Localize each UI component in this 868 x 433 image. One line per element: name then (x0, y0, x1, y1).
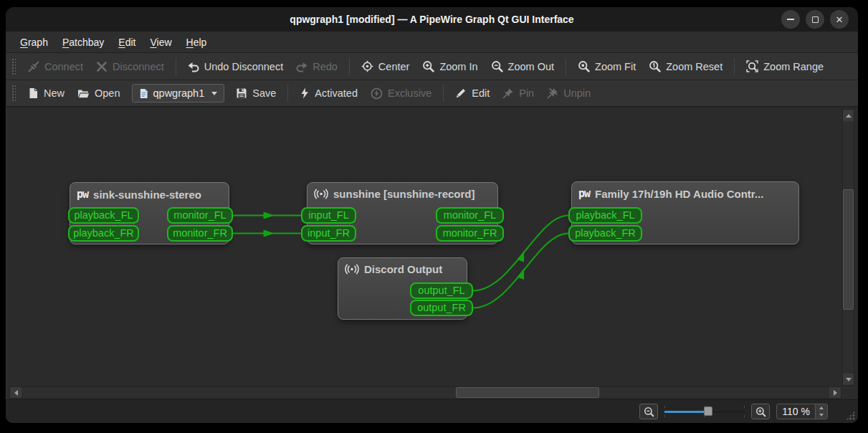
undo-icon (188, 61, 199, 72)
exclusive-button[interactable]: Exclusive (364, 84, 438, 103)
session-name: qpwgraph1 (153, 87, 205, 99)
vertical-scrollbar[interactable] (842, 109, 854, 386)
arrow-left-icon (14, 390, 18, 396)
scroll-left-button[interactable] (10, 387, 22, 398)
port-output[interactable]: monitor_FL (436, 207, 504, 224)
pipewire-icon: pw (578, 187, 590, 200)
connection[interactable] (233, 230, 301, 237)
close-icon: ✕ (836, 14, 844, 25)
zoom-range-icon (746, 60, 758, 72)
open-folder-icon (77, 88, 90, 99)
titlebar[interactable]: qpwgraph1 [modified] — A PipeWire Graph … (6, 7, 858, 32)
zoom-in-button[interactable]: Zoom In (416, 57, 484, 76)
pin-button[interactable]: Pin (496, 84, 540, 103)
zoom-in-icon (422, 60, 434, 72)
port-input[interactable]: input_FL (301, 207, 356, 224)
graph-canvas[interactable]: pw sink-sunshine-stereo playback_FL play… (6, 107, 858, 399)
exclusive-icon (371, 87, 383, 100)
unpin-button[interactable]: Unpin (540, 84, 597, 103)
node-title: sink-sunshine-stereo (93, 189, 201, 201)
port-output[interactable]: output_FR (410, 300, 473, 316)
node-title: sunshine [sunshine-record] (333, 188, 475, 200)
maximize-icon (812, 16, 819, 23)
port-output[interactable]: monitor_FR (436, 225, 504, 242)
file-toolbar: New Open qpwgraph1 Save Activated Exclus… (6, 80, 858, 107)
close-button[interactable]: ✕ (830, 10, 849, 29)
menu-edit[interactable]: Edit (111, 34, 143, 51)
slider-tick (664, 406, 665, 408)
zoom-reset-button[interactable]: Zoom Reset (642, 57, 729, 76)
save-button[interactable]: Save (229, 84, 282, 103)
session-combobox[interactable]: qpwgraph1 (132, 84, 225, 103)
statusbar: 110 % (6, 399, 858, 423)
port-input[interactable]: input_FR (301, 225, 356, 242)
redo-icon (296, 61, 307, 72)
vertical-scroll-thumb[interactable] (843, 189, 854, 310)
unpin-icon (547, 87, 558, 99)
zoom-in-icon (755, 406, 766, 417)
activated-button[interactable]: Activated (293, 84, 364, 103)
connect-button[interactable]: Connect (22, 57, 90, 76)
scroll-up-button[interactable] (843, 110, 854, 121)
new-button[interactable]: New (22, 84, 71, 103)
spin-up-button[interactable] (816, 404, 827, 411)
activated-bolt-icon (300, 87, 310, 99)
port-input[interactable]: playback_FR (568, 225, 642, 242)
slider-handle[interactable] (704, 406, 712, 416)
menu-patchbay[interactable]: Patchbay (55, 34, 111, 51)
menubar: Graph Patchbay Edit View Help (6, 32, 858, 53)
edit-button[interactable]: Edit (449, 84, 496, 103)
menu-view[interactable]: View (143, 34, 178, 51)
arrow-up-icon (846, 114, 852, 118)
stream-icon (345, 264, 359, 275)
port-input[interactable]: playback_FR (68, 225, 139, 242)
open-button[interactable]: Open (71, 84, 126, 103)
zoom-out-button[interactable]: Zoom Out (485, 57, 561, 76)
arrow-right-icon (834, 390, 837, 396)
stream-icon (314, 189, 328, 199)
redo-button[interactable]: Redo (290, 57, 344, 76)
connection[interactable] (473, 234, 568, 308)
graph-toolbar: Connect Disconnect Undo Disconnect Redo … (6, 53, 858, 80)
maximize-button[interactable] (806, 10, 824, 29)
toolbar-separator (734, 58, 735, 75)
arrow-up-icon (819, 406, 824, 409)
undo-disconnect-button[interactable]: Undo Disconnect (181, 57, 290, 76)
scroll-right-button[interactable] (829, 387, 841, 398)
port-input[interactable]: playback_FL (568, 207, 642, 224)
center-button[interactable]: Center (355, 57, 416, 76)
port-output[interactable]: output_FL (410, 282, 473, 299)
connection[interactable] (233, 212, 301, 219)
zoom-fit-icon (578, 60, 590, 72)
spin-down-button[interactable] (816, 411, 827, 419)
zoom-in-small-button[interactable] (751, 404, 770, 419)
toolbar-separator (443, 85, 444, 102)
connect-icon (28, 61, 39, 72)
horizontal-scroll-thumb[interactable] (456, 387, 599, 398)
zoom-slider[interactable] (664, 404, 745, 419)
disconnect-icon (96, 61, 108, 72)
disconnect-button[interactable]: Disconnect (90, 57, 171, 76)
toolbar-drag-handle[interactable] (11, 85, 16, 102)
center-icon (361, 60, 373, 72)
node-title: Discord Output (364, 263, 442, 275)
zoom-range-button[interactable]: Zoom Range (740, 57, 830, 76)
zoom-reset-icon (649, 60, 661, 72)
port-output[interactable]: monitor_FL (167, 207, 233, 224)
zoom-out-small-button[interactable] (639, 404, 658, 419)
toolbar-drag-handle[interactable] (11, 58, 16, 75)
minimize-button[interactable] (781, 10, 800, 29)
toolbar-separator (176, 58, 176, 75)
horizontal-scrollbar[interactable] (9, 386, 841, 399)
zoom-fit-button[interactable]: Zoom Fit (571, 57, 642, 76)
menu-graph[interactable]: Graph (13, 34, 55, 51)
node-title: Family 17h/19h HD Audio Contr... (595, 188, 763, 200)
port-input[interactable]: playback_FL (68, 207, 139, 224)
zoom-spinbox[interactable]: 110 % (776, 404, 828, 419)
slider-fill (664, 411, 707, 413)
scroll-down-button[interactable] (843, 373, 854, 385)
resize-grip[interactable] (846, 411, 855, 420)
chevron-down-icon (211, 92, 217, 95)
port-output[interactable]: monitor_FR (167, 225, 233, 242)
menu-help[interactable]: Help (179, 34, 214, 51)
